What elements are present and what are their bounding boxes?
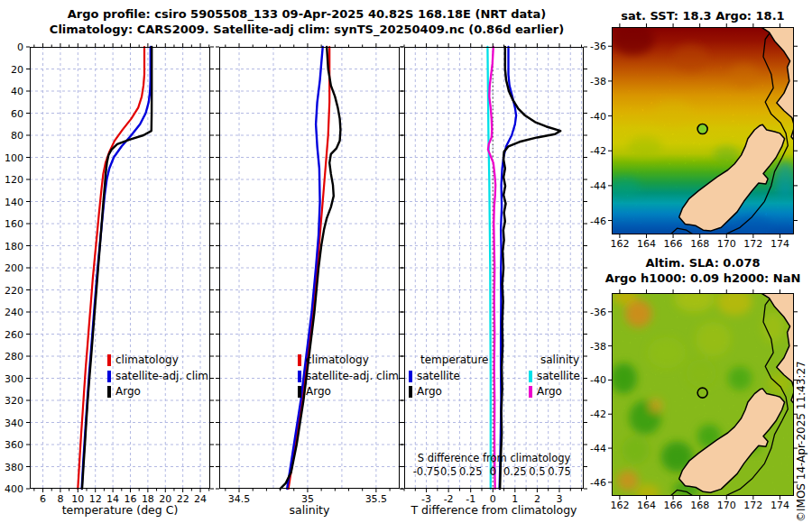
svg-text:-44: -44 <box>590 443 606 454</box>
svg-text:200: 200 <box>5 262 23 274</box>
svg-text:400: 400 <box>5 483 23 495</box>
svg-text:240: 240 <box>5 307 23 318</box>
s-difference-axis-title: S difference from climatology <box>404 452 584 464</box>
satellite-legend-marker <box>529 371 532 382</box>
svg-text:172: 172 <box>743 500 762 511</box>
axis-ticks: 6810121416182022240204060801001201401601… <box>5 41 214 505</box>
legend-header: temperature <box>409 353 488 369</box>
svg-text:-42: -42 <box>590 145 606 157</box>
svg-text:170: 170 <box>717 238 736 250</box>
svg-text:-40: -40 <box>590 111 606 123</box>
svg-text:-38: -38 <box>590 341 606 353</box>
temperature-axis-label: temperature (deg C) <box>30 503 210 517</box>
s-axis-tick-label: 0.25 <box>503 465 527 478</box>
svg-text:160: 160 <box>5 218 23 230</box>
sst-map: 162164166168170172174-36-38-40-42-44-46 <box>612 27 794 234</box>
legend-label: Argo <box>537 384 562 400</box>
svg-text:180: 180 <box>5 241 23 252</box>
legend-label: climatology <box>115 353 179 369</box>
svg-text:300: 300 <box>5 373 23 385</box>
legend-header: salinity <box>529 353 580 369</box>
satellite-adj-clim-legend-marker <box>298 371 301 382</box>
t-difference-axis-label: T difference from climatology <box>404 503 584 517</box>
s-difference-axis-ticks: -0.750.50.2500.250.50.75 <box>404 465 584 478</box>
legend-item: satellite-adj. clim <box>107 369 208 385</box>
legend-label: satellite <box>417 369 460 385</box>
svg-text:-46: -46 <box>590 216 606 227</box>
argo-legend-marker <box>298 386 301 398</box>
climatology-legend-marker <box>107 354 111 366</box>
legend-item: Argo <box>409 384 488 400</box>
argo-legend-marker <box>409 386 412 398</box>
svg-text:-36: -36 <box>590 41 606 52</box>
legend-item: Argo <box>107 384 208 400</box>
salinity-panel: 34.53535.5 climatology satellite-adj. cl… <box>219 47 400 489</box>
gridlines <box>30 47 210 489</box>
svg-text:380: 380 <box>5 462 23 473</box>
svg-text:340: 340 <box>5 417 23 429</box>
svg-text:-36: -36 <box>590 307 606 318</box>
sla-map-title-line1: Altim. SLA: 0.078 <box>594 256 812 270</box>
temperature-plot: 6810121416182022240204060801001201401601… <box>30 47 210 489</box>
sst-map-panel: 162164166168170172174-36-38-40-42-44-46 <box>612 27 794 234</box>
svg-text:280: 280 <box>5 351 23 362</box>
sst-map-title: sat. SST: 18.3 Argo: 18.1 <box>594 9 812 23</box>
sla-map-panel: 162164166168170172174-36-38-40-42-44-46 <box>612 293 794 496</box>
legend-label: satellite-adj. clim <box>115 369 208 385</box>
sla-map: 162164166168170172174-36-38-40-42-44-46 <box>612 293 794 496</box>
legend-label: Argo <box>306 384 331 400</box>
svg-text:-38: -38 <box>590 76 606 87</box>
s-axis-tick-label: 0.5 <box>529 465 545 478</box>
difference-panel: -3-2-10123 temperature satellite Argo sa… <box>404 47 584 489</box>
svg-text:100: 100 <box>5 152 23 164</box>
svg-text:320: 320 <box>5 395 23 407</box>
svg-text:80: 80 <box>11 130 23 142</box>
legend-label: Argo <box>115 384 141 400</box>
figure-title-line1: Argo profile: csiro 5905508_133 09-Apr-2… <box>0 7 614 21</box>
map-surface <box>611 285 798 505</box>
svg-text:260: 260 <box>5 329 23 341</box>
argo-legend-marker <box>107 386 111 398</box>
svg-text:166: 166 <box>664 238 683 250</box>
legend-item: satellite-adj. clim <box>298 369 399 385</box>
legend-label: climatology <box>306 353 369 369</box>
svg-text:174: 174 <box>770 238 789 250</box>
svg-text:360: 360 <box>5 439 23 451</box>
salinity-plot: 34.53535.5 <box>219 47 400 489</box>
salinity-series-argo <box>281 47 341 489</box>
svg-text:-40: -40 <box>590 374 606 386</box>
svg-text:170: 170 <box>717 500 736 511</box>
temperature-difference-legend: temperature satellite Argo <box>409 353 488 400</box>
legend-label: satellite <box>537 369 580 385</box>
figure-title-line2: Climatology: CARS2009. Satellite-adj cli… <box>0 23 614 36</box>
svg-text:162: 162 <box>610 500 629 511</box>
satellite-adj-clim-legend-marker <box>107 371 111 382</box>
imos-copyright-watermark: ©IMOS 14-Apr-2025 11:43:27 <box>795 297 809 522</box>
svg-text:60: 60 <box>11 108 23 120</box>
svg-text:168: 168 <box>690 500 709 511</box>
sla-map-title-line2: Argo h1000: 0.09 h2000: NaN <box>594 271 812 285</box>
salinity-axis-label: salinity <box>219 503 400 517</box>
argo-profile-figure: Argo profile: csiro 5905508_133 09-Apr-2… <box>0 0 812 523</box>
svg-text:-46: -46 <box>590 477 606 489</box>
s-axis-tick-label: 0.25 <box>459 465 483 478</box>
svg-text:140: 140 <box>5 197 23 208</box>
legend-item: satellite <box>529 369 580 385</box>
salinity-panel-legend: climatology satellite-adj. clim Argo <box>298 353 399 400</box>
s-axis-tick-label: 0.5 <box>440 465 457 478</box>
svg-text:164: 164 <box>637 500 656 511</box>
gridlines <box>219 47 400 489</box>
s-axis-tick-label: 0 <box>490 465 496 478</box>
svg-text:20: 20 <box>11 64 23 76</box>
climatology-legend-marker <box>298 354 301 366</box>
legend-item: climatology <box>298 353 399 369</box>
s-axis-tick-label: -0.75 <box>413 465 440 478</box>
map-surface <box>611 23 798 243</box>
svg-text:164: 164 <box>637 238 656 250</box>
s-axis-tick-label: 0.75 <box>548 465 571 478</box>
legend-item: satellite <box>409 369 488 385</box>
difference-plot: -3-2-10123 <box>404 47 584 489</box>
legend-label: satellite-adj. clim <box>306 369 399 385</box>
svg-text:166: 166 <box>664 500 683 511</box>
svg-text:220: 220 <box>5 285 23 297</box>
